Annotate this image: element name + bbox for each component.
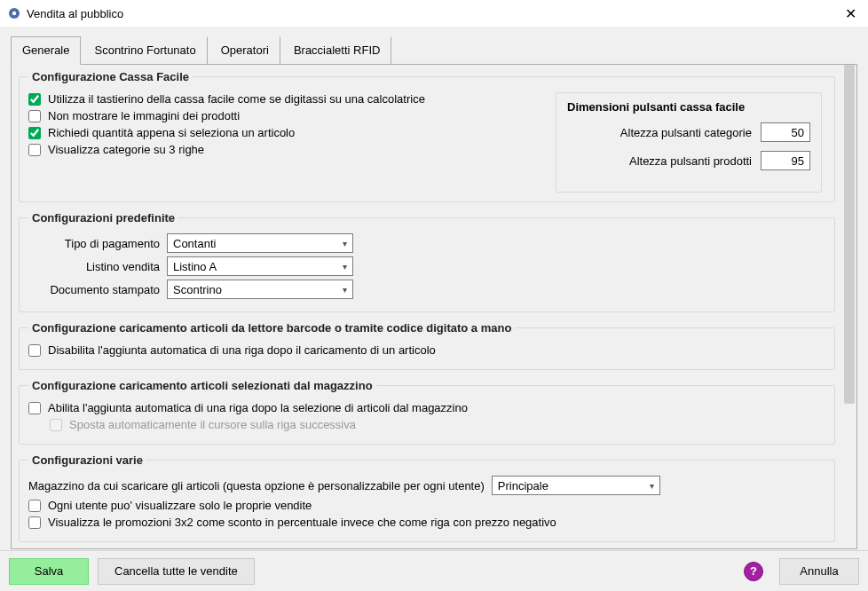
documento-value: Scontrino — [173, 283, 222, 296]
chk-abilita-riga-magazzino[interactable] — [28, 402, 41, 414]
chk-categorie-3righe[interactable] — [28, 144, 41, 156]
cancel-all-sales-button[interactable]: Cancella tutte le vendite — [98, 558, 255, 585]
group-dimensioni-pulsanti-title: Dimensioni pulsanti cassa facile — [567, 100, 810, 114]
annulla-button[interactable]: Annulla — [779, 558, 859, 585]
tab-scontrino-fortunato[interactable]: Scontrino Fortunato — [83, 36, 207, 65]
documento-select[interactable]: Scontrino ▾ — [167, 280, 353, 299]
annulla-button-label: Annulla — [800, 564, 838, 578]
group-varie-legend: Configurazioni varie — [28, 453, 146, 467]
chk-solo-proprie-vendite-label: Ogni utente puo' visualizzare solo le pr… — [48, 499, 312, 512]
chk-richiedi-quantita-label: Richiedi quantità appena si seleziona un… — [48, 126, 295, 139]
group-magazzino-selezione-legend: Configurazione caricamento articoli sele… — [28, 379, 376, 392]
listino-value: Listino A — [173, 260, 217, 273]
help-icon[interactable]: ? — [744, 562, 763, 581]
listino-label: Listino vendita — [28, 260, 160, 273]
pagamento-label: Tipo di pagamento — [28, 237, 160, 250]
scroll-area: Configurazione Cassa Facile Utilizza il … — [12, 65, 842, 548]
tab-braccialetti-rfid[interactable]: Braccialetti RFID — [282, 36, 392, 65]
group-barcode: Configurazione caricamento articoli da l… — [19, 321, 835, 370]
listino-select[interactable]: Listino A ▾ — [167, 256, 353, 276]
group-varie: Configurazioni varie Magazzino da cui sc… — [19, 453, 835, 542]
titlebar: Vendita al pubblico ✕ — [0, 0, 868, 27]
app-icon — [7, 6, 21, 20]
chevron-down-icon: ▾ — [343, 262, 347, 272]
group-magazzino-selezione: Configurazione caricamento articoli sele… — [19, 379, 835, 445]
altezza-prodotti-input[interactable] — [761, 151, 810, 170]
altezza-categorie-label: Altezza pulsanti categorie — [620, 126, 752, 139]
chk-promo-3x2-label: Visualizza le promozioni 3x2 come sconto… — [48, 516, 556, 529]
chk-disabilita-riga-barcode[interactable] — [28, 344, 41, 357]
magazzino-scarico-label: Magazzino da cui scaricare gli articoli … — [28, 479, 485, 492]
chk-tastierino[interactable] — [28, 93, 41, 106]
svg-point-1 — [12, 12, 16, 15]
chk-no-immagini[interactable] — [28, 110, 41, 122]
magazzino-scarico-value: Principale — [498, 479, 548, 492]
tab-operatori[interactable]: Operatori — [209, 36, 280, 65]
chk-no-immagini-label: Non mostrare le immagini dei prodotti — [48, 109, 240, 122]
chevron-down-icon: ▾ — [343, 285, 347, 295]
scrollbar-thumb[interactable] — [844, 65, 855, 404]
window-title: Vendita al pubblico — [27, 7, 840, 20]
documento-label: Documento stampato — [28, 283, 160, 296]
chk-disabilita-riga-barcode-label: Disabilita l'aggiunta automatica di una … — [48, 343, 436, 357]
group-barcode-legend: Configurazione caricamento articoli da l… — [28, 321, 515, 335]
dialog-body: Generale Scontrino Fortunato Operatori B… — [0, 27, 868, 550]
group-predefinite-legend: Configurazioni predefinite — [28, 211, 178, 225]
tab-content: Configurazione Cassa Facile Utilizza il … — [11, 65, 857, 549]
group-dimensioni-pulsanti: Dimensioni pulsanti cassa facile Altezza… — [556, 92, 822, 193]
pagamento-select[interactable]: Contanti ▾ — [167, 233, 353, 253]
altezza-categorie-input[interactable] — [761, 122, 810, 142]
help-icon-label: ? — [750, 564, 757, 578]
pagamento-value: Contanti — [173, 237, 216, 250]
tab-bar: Generale Scontrino Fortunato Operatori B… — [11, 35, 857, 65]
group-cassa-facile: Configurazione Cassa Facile Utilizza il … — [19, 70, 835, 202]
group-cassa-facile-legend: Configurazione Cassa Facile — [28, 70, 193, 83]
chevron-down-icon: ▾ — [343, 239, 347, 248]
close-icon[interactable]: ✕ — [840, 5, 861, 22]
chk-promo-3x2[interactable] — [28, 516, 41, 529]
save-button[interactable]: Salva — [9, 558, 89, 585]
chk-abilita-riga-magazzino-label: Abilita l'aggiunta automatica di una rig… — [48, 401, 468, 414]
chk-richiedi-quantita[interactable] — [28, 127, 41, 139]
chk-tastierino-label: Utilizza il tastierino della cassa facil… — [48, 92, 425, 106]
chk-solo-proprie-vendite[interactable] — [28, 500, 41, 512]
chk-categorie-3righe-label: Visualizza categorie su 3 righe — [48, 143, 204, 156]
chk-sposta-cursore-label: Sposta automaticamente il cursore sulla … — [69, 418, 356, 431]
dialog-footer: Salva Cancella tutte le vendite ? Annull… — [0, 550, 868, 591]
tab-generale[interactable]: Generale — [11, 36, 81, 65]
group-predefinite: Configurazioni predefinite Tipo di pagam… — [19, 211, 835, 312]
magazzino-scarico-select[interactable]: Principale ▾ — [492, 476, 660, 495]
save-button-label: Salva — [35, 564, 64, 578]
vertical-scrollbar[interactable] — [842, 65, 856, 548]
altezza-prodotti-label: Altezza pulsanti prodotti — [629, 154, 752, 168]
chk-sposta-cursore — [50, 419, 62, 431]
chevron-down-icon: ▾ — [650, 481, 654, 491]
cancel-all-sales-button-label: Cancella tutte le vendite — [114, 564, 238, 578]
